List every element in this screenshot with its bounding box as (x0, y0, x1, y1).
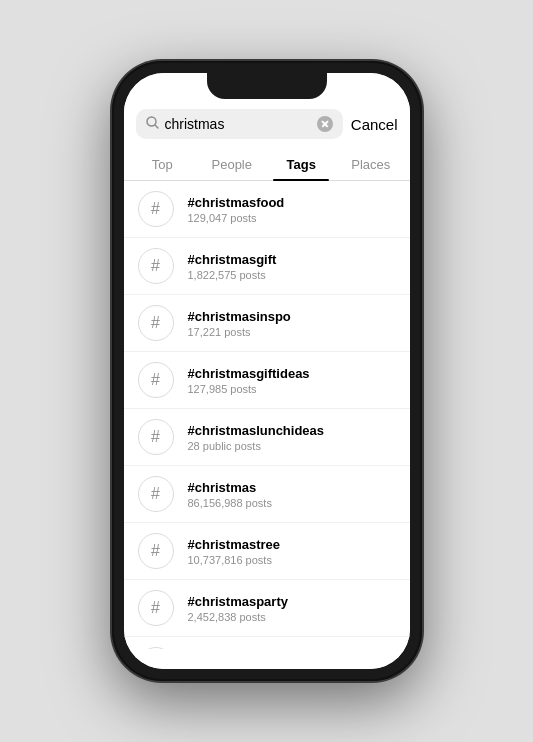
result-post-count: 129,047 posts (188, 212, 285, 224)
result-post-count: 28 public posts (188, 440, 325, 452)
search-icon (146, 115, 159, 133)
hash-icon: # (138, 305, 174, 341)
notch (207, 73, 327, 99)
result-tag-name: #christmasparty (188, 594, 288, 609)
result-post-count: 127,985 posts (188, 383, 310, 395)
result-tag-name: #christmasfood (188, 195, 285, 210)
tab-top[interactable]: Top (128, 147, 198, 180)
result-text-wrap: #christmasinspo17,221 posts (188, 309, 291, 338)
result-tag-name: #christmaslunchideas (188, 423, 325, 438)
list-item[interactable]: ##christmastree10,737,816 posts (124, 523, 410, 580)
phone-screen: christmas Cancel Top People Tags Places … (124, 73, 410, 669)
tab-people[interactable]: People (197, 147, 267, 180)
list-item[interactable]: ##christmasfood129,047 posts (124, 181, 410, 238)
cancel-button[interactable]: Cancel (351, 116, 398, 133)
result-tag-name: #christmasgift (188, 252, 277, 267)
result-post-count: 1,822,575 posts (188, 269, 277, 281)
result-post-count: 10,737,816 posts (188, 554, 281, 566)
result-text-wrap: #christmasfood129,047 posts (188, 195, 285, 224)
search-input-wrap[interactable]: christmas (136, 109, 343, 139)
list-item[interactable]: ##christmasinspo17,221 posts (124, 295, 410, 352)
result-tag-name: #christmastree (188, 537, 281, 552)
result-text-wrap: #christmas86,156,988 posts (188, 480, 272, 509)
list-item[interactable]: ##christmasgiftideas127,985 posts (124, 352, 410, 409)
clear-search-button[interactable] (317, 116, 333, 132)
tab-places[interactable]: Places (336, 147, 406, 180)
result-post-count: 2,452,838 posts (188, 611, 288, 623)
hash-icon: # (138, 533, 174, 569)
result-tag-name: #christmas (188, 480, 272, 495)
list-item[interactable]: ##christmasgift1,822,575 posts (124, 238, 410, 295)
hash-icon: # (138, 590, 174, 626)
hash-icon: # (138, 362, 174, 398)
result-text-wrap: #christmasgiftideas127,985 posts (188, 366, 310, 395)
hash-icon: # (138, 647, 174, 649)
result-tag-name: #christmasgiftideas (188, 366, 310, 381)
tabs-row: Top People Tags Places (124, 147, 410, 181)
results-list: ##christmasfood129,047 posts##christmasg… (124, 181, 410, 649)
search-bar-row: christmas Cancel (124, 101, 410, 147)
result-tag-name: #christmasinspo (188, 309, 291, 324)
result-text-wrap: #christmasgift1,822,575 posts (188, 252, 277, 281)
list-item[interactable]: ##christmasparty2,452,838 posts (124, 580, 410, 637)
result-post-count: 17,221 posts (188, 326, 291, 338)
screen-content: christmas Cancel Top People Tags Places … (124, 101, 410, 669)
hash-icon: # (138, 191, 174, 227)
search-query-text: christmas (165, 116, 311, 132)
hash-icon: # (138, 476, 174, 512)
result-text-wrap: #christmastree10,737,816 posts (188, 537, 281, 566)
hash-icon: # (138, 248, 174, 284)
hash-icon: # (138, 419, 174, 455)
result-text-wrap: #christmasparty2,452,838 posts (188, 594, 288, 623)
list-item[interactable]: ##christmas86,156,988 posts (124, 466, 410, 523)
phone-frame: christmas Cancel Top People Tags Places … (112, 61, 422, 681)
tab-tags[interactable]: Tags (267, 147, 337, 180)
svg-line-1 (155, 125, 158, 128)
result-text-wrap: #christmaslunchideas28 public posts (188, 423, 325, 452)
list-item[interactable]: ##christmaslunchideas28 public posts (124, 409, 410, 466)
result-post-count: 86,156,988 posts (188, 497, 272, 509)
list-item[interactable]: ##christmas20141,624,659 posts (124, 637, 410, 649)
